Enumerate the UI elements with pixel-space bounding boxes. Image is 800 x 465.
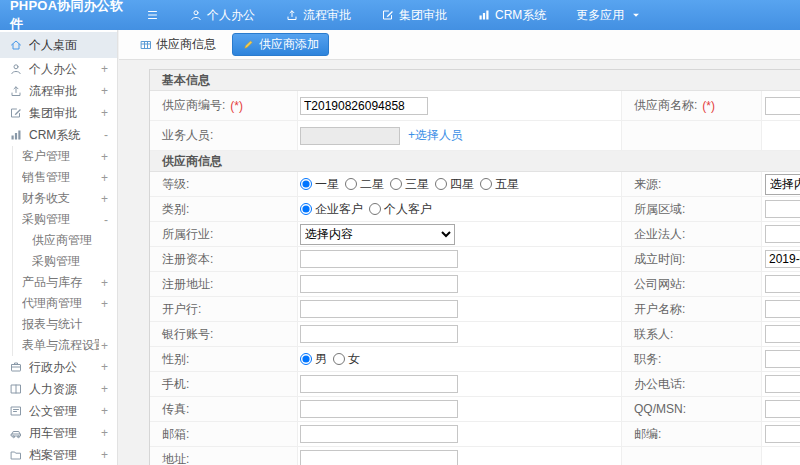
field-control	[762, 397, 800, 421]
sidebar-item-supplier-mgmt[interactable]: 供应商管理	[12, 230, 117, 251]
form-row: 注册地址:公司网站:	[150, 272, 800, 297]
field-control	[762, 272, 800, 296]
contact-person-input[interactable]	[765, 325, 800, 343]
upload-icon	[285, 9, 298, 22]
level-radio-4[interactable]: 五星	[480, 176, 519, 193]
level-radio-1[interactable]: 二星	[345, 176, 384, 193]
sidebar-item-workflow-approval[interactable]: 流程审批+	[0, 80, 117, 102]
expand-indicator: +	[101, 171, 108, 185]
sidebar-item-label: 财务收支	[22, 190, 99, 207]
sidebar-item-personal-office[interactable]: 个人办公+	[0, 58, 117, 80]
tab-supplier-add[interactable]: 供应商添加	[232, 33, 329, 56]
upload-icon	[9, 85, 22, 98]
fax-input[interactable]	[300, 400, 458, 418]
level-radio-input-1[interactable]	[345, 178, 357, 190]
industry-select[interactable]: 选择内容	[300, 224, 455, 245]
expand-indicator: +	[101, 404, 108, 418]
sidebar-item-label: 行政办公	[29, 359, 99, 376]
sidebar-item-label: 集团审批	[29, 105, 99, 122]
account-name-input[interactable]	[765, 300, 800, 318]
sidebar-item-customer-mgmt[interactable]: 客户管理+	[12, 146, 117, 167]
source-select[interactable]: 选择内容	[765, 174, 800, 195]
sidebar-item-product-inventory[interactable]: 产品与库存+	[12, 272, 117, 293]
address-input[interactable]	[300, 450, 458, 465]
qq-msn-input[interactable]	[765, 400, 800, 418]
category-radio-input-1[interactable]	[369, 203, 381, 215]
sidebar-item-agent-mgmt[interactable]: 代理商管理+	[12, 293, 117, 314]
field-label: 办公电话:	[622, 372, 762, 396]
topbar-menu-workflow-approval[interactable]: 流程审批	[285, 7, 351, 24]
topbar-menu-group-approval[interactable]: 集团审批	[381, 7, 447, 24]
gender-radio-1[interactable]: 女	[333, 351, 360, 368]
form-row: 性别: 男 女职务:	[150, 347, 800, 372]
gender-radio-input-0[interactable]	[300, 353, 312, 365]
field-label: 供应商编号:(*)	[150, 91, 298, 120]
sidebar-item-purchase-mgmt[interactable]: 采购管理-	[12, 209, 117, 230]
level-radio-input-3[interactable]	[435, 178, 447, 190]
topbar-menu-more-apps[interactable]: 更多应用	[576, 7, 642, 24]
sidebar-item-vehicle-mgmt[interactable]: 用车管理+	[0, 422, 117, 444]
sidebar-item-label: 流程审批	[29, 83, 99, 100]
field-label: 开户名称:	[622, 297, 762, 321]
sidebar-item-admin-office[interactable]: 行政办公+	[0, 356, 117, 378]
level-radio-3[interactable]: 四星	[435, 176, 474, 193]
topbar-menu-personal-office[interactable]: 个人办公	[189, 7, 255, 24]
field-label: 企业法人:	[622, 222, 762, 246]
tab-supplier-info[interactable]: 供应商信息	[133, 33, 222, 56]
category-radio-0[interactable]: 企业客户	[300, 201, 363, 218]
field-label: 所属行业:	[150, 222, 298, 246]
app-logo: PHPOA协同办公软件	[0, 0, 132, 33]
expand-indicator: -	[104, 128, 108, 142]
expand-indicator: +	[101, 84, 108, 98]
job-title-input[interactable]	[765, 350, 800, 368]
level-radio-input-2[interactable]	[390, 178, 402, 190]
menu-toggle-icon[interactable]	[146, 9, 159, 22]
gender-radio-0[interactable]: 男	[300, 351, 327, 368]
expand-indicator: +	[101, 448, 108, 462]
founded-date-input[interactable]	[765, 250, 800, 268]
level-radio-input-0[interactable]	[300, 178, 312, 190]
sidebar-item-purchase-mgmt-sub[interactable]: 采购管理	[12, 251, 117, 272]
level-radio-0[interactable]: 一星	[300, 176, 339, 193]
field-control: 男 女	[298, 347, 622, 371]
sidebar-item-group-approval[interactable]: 集团审批+	[0, 102, 117, 124]
sidebar-item-sales-mgmt[interactable]: 销售管理+	[12, 167, 117, 188]
zip-code-input[interactable]	[765, 425, 800, 443]
sidebar-item-label: 销售管理	[22, 169, 99, 186]
sidebar-item-finance-income-expense[interactable]: 财务收支+	[12, 188, 117, 209]
region-input[interactable]	[765, 200, 800, 218]
sidebar-item-personal-desktop[interactable]: 个人桌面	[0, 32, 117, 58]
registered-address-input[interactable]	[300, 275, 458, 293]
field-control	[762, 372, 800, 396]
registered-capital-input[interactable]	[300, 250, 458, 268]
supplier-name-input[interactable]	[765, 97, 800, 115]
mobile-input[interactable]	[300, 375, 458, 393]
company-website-input[interactable]	[765, 275, 800, 293]
category-radio-1[interactable]: 个人客户	[369, 201, 432, 218]
gender-radio-input-1[interactable]	[333, 353, 345, 365]
business-staff-input[interactable]	[300, 127, 400, 145]
legal-person-input[interactable]	[765, 225, 800, 243]
business-staff-link[interactable]: +选择人员	[408, 127, 463, 144]
section-header: 基本信息	[150, 70, 800, 91]
office-phone-input[interactable]	[765, 375, 800, 393]
sidebar-item-document-mgmt[interactable]: 公文管理+	[0, 400, 117, 422]
sidebar-item-form-workflow-settings[interactable]: 表单与流程设置+	[12, 335, 117, 356]
bank-branch-input[interactable]	[300, 300, 458, 318]
email-input[interactable]	[300, 425, 458, 443]
bank-account-input[interactable]	[300, 325, 458, 343]
supplier-code-input[interactable]	[300, 97, 428, 115]
topbar-menu-crm-system[interactable]: CRM系统	[477, 7, 546, 24]
level-radio-input-4[interactable]	[480, 178, 492, 190]
sidebar-item-label: 用车管理	[29, 425, 99, 442]
sidebar-item-reports-statistics[interactable]: 报表与统计	[12, 314, 117, 335]
sidebar-item-archive-mgmt[interactable]: 档案管理+	[0, 444, 117, 465]
field-label: QQ/MSN:	[622, 397, 762, 421]
field-label: 等级:	[150, 172, 298, 196]
field-label: 银行账号:	[150, 322, 298, 346]
sidebar-item-crm-system[interactable]: CRM系统-	[0, 124, 117, 146]
level-radio-2[interactable]: 三星	[390, 176, 429, 193]
category-radio-input-0[interactable]	[300, 203, 312, 215]
folder-icon	[9, 449, 22, 462]
sidebar-item-human-resources[interactable]: 人力资源+	[0, 378, 117, 400]
